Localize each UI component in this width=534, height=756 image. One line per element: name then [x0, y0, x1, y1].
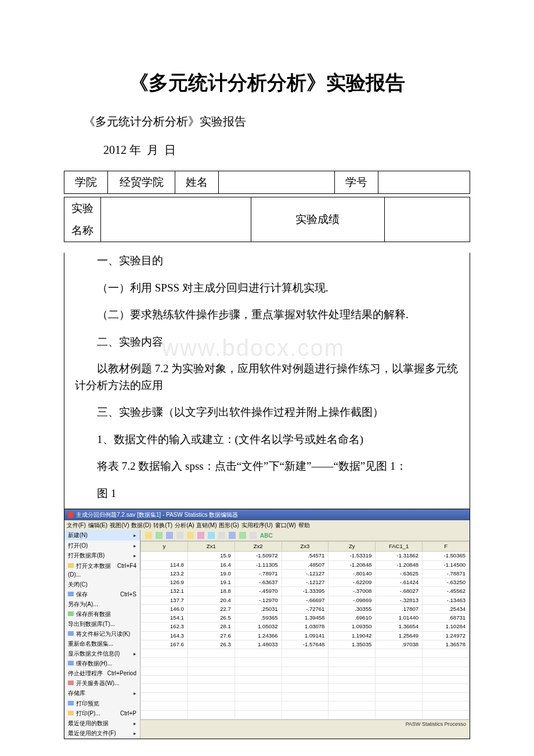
- cell[interactable]: 1.05032: [234, 622, 282, 631]
- cell[interactable]: -.09869: [329, 596, 376, 604]
- toolbar[interactable]: ABC: [140, 530, 470, 541]
- file-menu-item[interactable]: 打开文本数据(D)...Ctrl+F4: [64, 561, 140, 579]
- cell[interactable]: 1.35035: [329, 640, 376, 649]
- table-row[interactable]: 123.219.0-.78971-.12127-.80140-.63625-.7…: [141, 569, 470, 578]
- cell[interactable]: -.78971: [234, 569, 282, 578]
- table-row[interactable]: [141, 658, 470, 667]
- file-menu-item[interactable]: 缓存数据(H)...: [64, 658, 140, 668]
- column-header[interactable]: Zx3: [282, 542, 329, 552]
- table-row[interactable]: 167.626.31.48033-1.576481.35035.970381.3…: [141, 640, 470, 649]
- toolbar-icon[interactable]: [208, 532, 215, 539]
- file-menu-item[interactable]: 最近使用的数据: [64, 718, 140, 729]
- cell[interactable]: .59365: [234, 614, 282, 622]
- file-menu-item[interactable]: 重新命名数据集...: [64, 639, 140, 649]
- menu-item[interactable]: 文件(F): [67, 522, 86, 528]
- cell[interactable]: -.61424: [376, 578, 423, 587]
- cell[interactable]: 123.2: [141, 569, 188, 578]
- file-menu-item[interactable]: 最近使用的文件(F): [64, 728, 140, 739]
- cell[interactable]: 146.0: [141, 604, 188, 613]
- menu-item[interactable]: 实用程序(U): [241, 522, 273, 528]
- cell[interactable]: -.12970: [234, 596, 282, 604]
- cell[interactable]: .30355: [329, 604, 376, 613]
- cell[interactable]: -1.20848: [376, 560, 423, 569]
- cell[interactable]: 1.10284: [423, 622, 470, 631]
- cell[interactable]: 1.39458: [282, 614, 329, 622]
- cell[interactable]: 164.3: [141, 631, 188, 640]
- cell[interactable]: 132.1: [141, 587, 188, 596]
- table-row[interactable]: 126.919.1-.63637-.12127-.62209-.61424-.6…: [141, 578, 470, 587]
- table-row[interactable]: 146.022.7.25031-.72761.30355.17807.25434: [141, 604, 470, 613]
- table-row[interactable]: [141, 693, 470, 701]
- cell[interactable]: 1.01440: [376, 614, 423, 622]
- cell[interactable]: [141, 552, 188, 560]
- table-row[interactable]: 132.118.8-.45970-1.33395-.37008-.68027-.…: [141, 587, 470, 596]
- menu-item[interactable]: 直销(M): [196, 522, 217, 528]
- cell[interactable]: -.80140: [329, 569, 376, 578]
- toolbar-icon[interactable]: [218, 532, 225, 539]
- column-header[interactable]: FAC1_1: [376, 542, 423, 552]
- cell[interactable]: 1.24366: [234, 631, 282, 640]
- cell[interactable]: 126.9: [141, 578, 188, 587]
- cell[interactable]: -1.33395: [282, 587, 329, 596]
- file-menu-item[interactable]: 保存所有数据: [64, 609, 140, 619]
- cell[interactable]: 1.09141: [282, 631, 329, 640]
- table-row[interactable]: [141, 667, 470, 675]
- cell[interactable]: 1.19042: [329, 631, 376, 640]
- file-menu-item[interactable]: 开关服务器(W)...: [64, 678, 140, 688]
- menu-item[interactable]: 分析(A): [175, 522, 194, 528]
- cell[interactable]: -.12127: [282, 578, 329, 587]
- table-row[interactable]: 137.720.4-.12970-.66697-.09869-.32813-.1…: [141, 596, 470, 604]
- toolbar-icon[interactable]: [166, 532, 173, 539]
- table-row[interactable]: 15.9-1.50972.54571-1.53319-1.31862-1.503…: [141, 552, 470, 560]
- file-menu-item[interactable]: 显示数据文件信息(I): [64, 649, 140, 659]
- toolbar-icon[interactable]: [156, 532, 163, 539]
- menu-item[interactable]: 编辑(E): [88, 522, 107, 528]
- column-header[interactable]: Zx2: [234, 542, 282, 552]
- cell[interactable]: -1.50972: [234, 552, 282, 560]
- table-row[interactable]: [141, 701, 470, 710]
- file-menu-item[interactable]: 保存Ctrl+S: [64, 589, 140, 599]
- cell[interactable]: -.37008: [329, 587, 376, 596]
- file-menu-item[interactable]: 停止处理程序Ctrl+Period: [64, 668, 140, 678]
- cell[interactable]: 20.4: [187, 596, 234, 604]
- cell[interactable]: -.68027: [376, 587, 423, 596]
- cell[interactable]: -1.57648: [282, 640, 329, 649]
- table-row[interactable]: 154.126.5.593651.39458.696101.01440.6873…: [141, 614, 470, 622]
- file-menu-item[interactable]: 打开(O): [64, 541, 140, 551]
- cell[interactable]: 1.36654: [376, 622, 423, 631]
- cell[interactable]: -.66697: [282, 596, 329, 604]
- menu-item[interactable]: 视图(V): [110, 522, 129, 528]
- cell[interactable]: 1.03078: [282, 622, 329, 631]
- data-grid[interactable]: yZx1Zx2Zx3ZyFAC1_1F 15.9-1.50972.54571-1…: [140, 541, 470, 719]
- cell[interactable]: -1.50365: [423, 552, 470, 560]
- cell[interactable]: 137.7: [141, 596, 188, 604]
- menu-item[interactable]: 数据(D): [131, 522, 151, 528]
- cell[interactable]: -.63625: [376, 569, 423, 578]
- menu-item[interactable]: 转换(T): [153, 522, 172, 528]
- cell[interactable]: -1.14500: [423, 560, 470, 569]
- cell[interactable]: 1.24972: [423, 631, 470, 640]
- cell[interactable]: 19.1: [187, 578, 234, 587]
- file-menu-item[interactable]: 将文件标记为只读(K): [64, 629, 140, 639]
- column-header[interactable]: F: [423, 542, 470, 552]
- cell[interactable]: 1.25649: [376, 631, 423, 640]
- column-header[interactable]: Zy: [329, 542, 376, 552]
- cell[interactable]: 15.9: [187, 552, 234, 560]
- cell[interactable]: 114.8: [141, 560, 188, 569]
- cell[interactable]: -.63250: [423, 578, 470, 587]
- cell[interactable]: -.78871: [423, 569, 470, 578]
- cell[interactable]: .68731: [423, 614, 470, 622]
- cell[interactable]: 18.8: [187, 587, 234, 596]
- file-menu-item[interactable]: 打印(P)...Ctrl+P: [64, 708, 140, 718]
- cell[interactable]: 154.1: [141, 614, 188, 622]
- cell[interactable]: 28.1: [187, 622, 234, 631]
- cell[interactable]: -.62209: [329, 578, 376, 587]
- cell[interactable]: 1.36578: [423, 640, 470, 649]
- cell[interactable]: -.45562: [423, 587, 470, 596]
- cell[interactable]: -1.20848: [329, 560, 376, 569]
- menu-item[interactable]: 窗口(W): [275, 522, 296, 528]
- cell[interactable]: 16.4: [187, 560, 234, 569]
- file-menu-item[interactable]: 关闭(C): [64, 579, 140, 589]
- toolbar-icon[interactable]: [250, 532, 257, 539]
- table-row[interactable]: 162.328.11.050321.030781.093501.366541.1…: [141, 622, 470, 631]
